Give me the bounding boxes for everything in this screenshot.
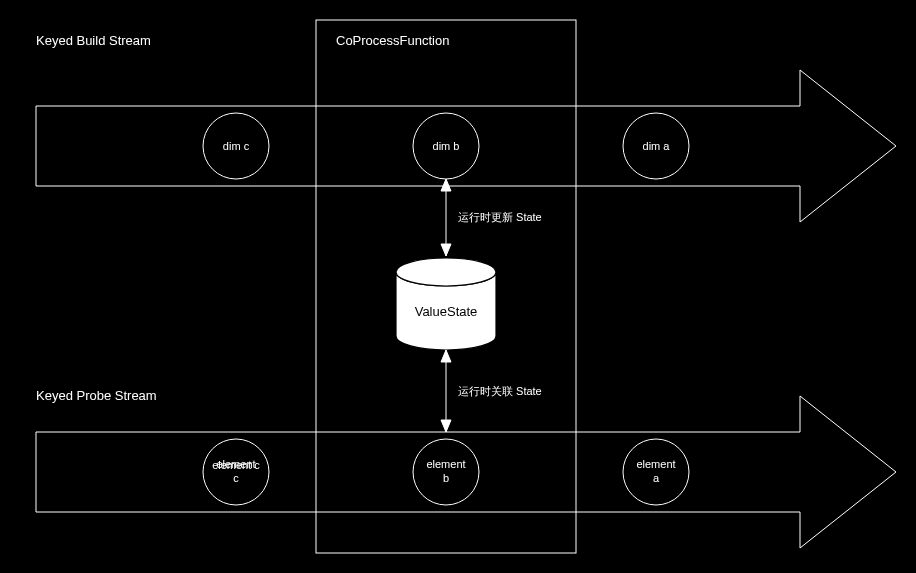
svg-text:c: c — [233, 472, 239, 484]
arrowhead-down-1 — [441, 244, 451, 256]
svg-text:element: element — [636, 458, 675, 470]
coprocess-label: CoProcessFunction — [336, 33, 449, 48]
build-stream-arrow — [36, 70, 896, 222]
svg-text:element: element — [426, 458, 465, 470]
update-state-label: 运行时更新 State — [458, 211, 542, 223]
arrowhead-up-1 — [441, 179, 451, 191]
arrowhead-down-2 — [441, 420, 451, 432]
build-stream-label: Keyed Build Stream — [36, 33, 151, 48]
value-state-label: ValueState — [415, 304, 478, 319]
svg-point-0 — [396, 258, 496, 286]
join-state-label: 运行时关联 State — [458, 385, 542, 397]
value-state-cylinder: ValueState — [396, 258, 496, 350]
svg-text:b: b — [443, 472, 449, 484]
svg-text:element: element — [216, 458, 255, 470]
arrowhead-up-2 — [441, 350, 451, 362]
diagram-root: CoProcessFunction Keyed Build Stream dim… — [0, 0, 916, 573]
probe-stream-arrow — [36, 396, 896, 548]
build-node-dim-a-label: dim a — [643, 140, 671, 152]
svg-text:a: a — [653, 472, 660, 484]
build-node-dim-c-label: dim c — [223, 140, 250, 152]
probe-stream-label: Keyed Probe Stream — [36, 388, 157, 403]
build-node-dim-b-label: dim b — [433, 140, 460, 152]
